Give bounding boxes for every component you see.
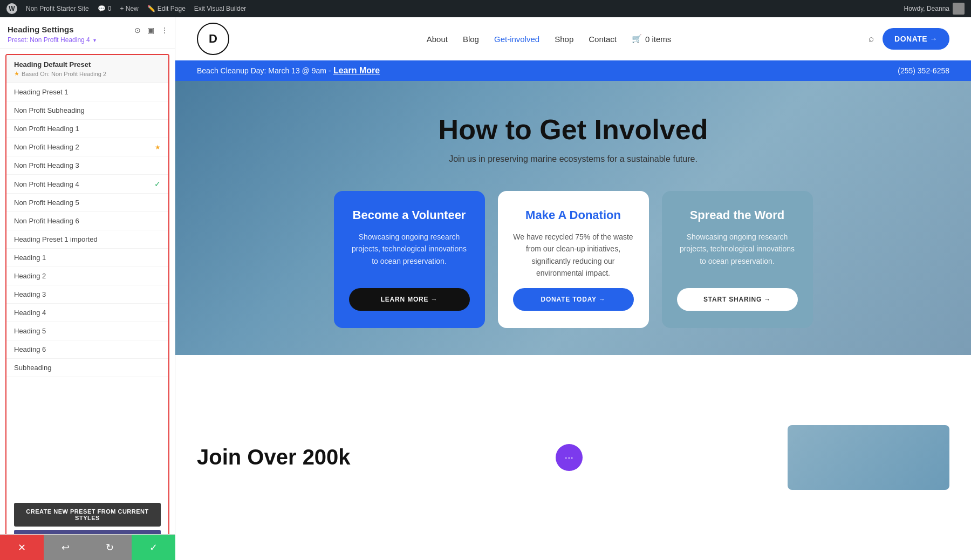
list-item[interactable]: Heading Preset 1 (6, 83, 168, 101)
chevron-down-icon: ▾ (93, 37, 96, 43)
default-preset-title: Heading Default Preset (14, 60, 161, 69)
card-donate: Make A DonationWe have recycled 75% of t… (498, 191, 649, 328)
redo-button[interactable]: ↻ (88, 535, 132, 561)
card-donate-button[interactable]: DONATE TODAY → (513, 288, 634, 311)
list-item[interactable]: Heading 1 (6, 249, 168, 267)
preset-item-label: Non Profit Heading 5 (14, 199, 79, 207)
edit-page-link[interactable]: ✏️ Edit Page (147, 5, 186, 12)
card-volunteer-button[interactable]: LEARN MORE → (349, 288, 470, 311)
main-layout: Heading Settings Preset: Non Profit Head… (0, 17, 971, 560)
howdy-text: Howdy, Deanna (904, 3, 965, 15)
card-donate-text: We have recycled 75% of the waste from o… (513, 231, 634, 279)
card-donate-title: Make A Donation (513, 208, 634, 222)
bottom-section: Join Over 200k ··· (175, 355, 971, 560)
pencil-icon: ✏️ (147, 5, 155, 12)
wp-logo-icon[interactable]: W (6, 3, 17, 14)
comments-link[interactable]: 💬 0 (98, 5, 112, 12)
comments-icon: 💬 (98, 5, 106, 12)
card-volunteer-text: Showcasing ongoing research projects, te… (349, 231, 470, 267)
card-volunteer: Become a VolunteerShowcasing ongoing res… (334, 191, 485, 328)
list-item[interactable]: Non Profit Heading 4✓ (6, 175, 168, 194)
nav-item-about[interactable]: About (427, 35, 448, 44)
preset-item-label: Heading 2 (14, 272, 46, 280)
bottom-toolbar: ✕ ↩ ↻ ✓ (0, 534, 175, 560)
close-icon: ✕ (18, 542, 26, 554)
list-item[interactable]: Non Profit Heading 2★ (6, 138, 168, 156)
avatar[interactable] (953, 3, 965, 15)
left-panel: Heading Settings Preset: Non Profit Head… (0, 17, 175, 560)
undo-icon: ↩ (61, 542, 70, 554)
announcement-text: Beach Cleanup Day: March 13 @ 9am - Lear… (197, 66, 380, 76)
site-name-link[interactable]: Non Profit Starter Site (26, 5, 89, 12)
purple-dot-button[interactable]: ··· (556, 444, 583, 471)
hero-title: How to Get Involved (197, 113, 949, 146)
join-title: Join Over 200k (197, 445, 351, 469)
site-logo: D (197, 23, 229, 55)
close-button[interactable]: ✕ (0, 535, 44, 561)
star-icon: ★ (14, 70, 19, 77)
card-volunteer-title: Become a Volunteer (349, 208, 470, 222)
nav-item-getinvolved[interactable]: Get-involved (494, 35, 539, 44)
list-item[interactable]: Subheading (6, 359, 168, 377)
donate-button[interactable]: DONATE → (883, 28, 949, 50)
exit-builder-link[interactable]: Exit Visual Builder (194, 5, 247, 12)
preset-item-label: Heading Preset 1 (14, 88, 68, 96)
cart-link[interactable]: 🛒0 items (632, 34, 671, 44)
list-item[interactable]: Heading 2 (6, 267, 168, 285)
preset-item-label: Non Profit Heading 2 (14, 143, 79, 151)
phone-number: (255) 352-6258 (898, 66, 949, 75)
undo-button[interactable]: ↩ (44, 535, 87, 561)
card-share: Spread the WordShowcasing ongoing resear… (662, 191, 813, 328)
list-item[interactable]: Non Profit Heading 6 (6, 212, 168, 230)
list-item[interactable]: Non Profit Heading 3 (6, 156, 168, 175)
create-preset-button[interactable]: CREATE NEW PRESET FROM CURRENT STYLES (14, 503, 161, 527)
star-favorite-icon: ★ (155, 144, 161, 151)
list-item[interactable]: Non Profit Heading 5 (6, 194, 168, 212)
preset-item-label: Subheading (14, 364, 51, 372)
list-item[interactable]: Non Profit Heading 1 (6, 120, 168, 138)
card-share-title: Spread the Word (677, 208, 798, 222)
nav-item-contact[interactable]: Contact (589, 35, 617, 44)
preset-item-label: Heading Preset 1 imported (14, 235, 98, 243)
preset-list-container: Heading Default Preset ★ Based On: Non P… (5, 54, 169, 555)
search-icon[interactable]: ⌕ (869, 33, 874, 44)
admin-bar: W Non Profit Starter Site 💬 0 + New ✏️ E… (0, 0, 971, 17)
new-link[interactable]: + New (120, 5, 138, 12)
bottom-preview-image (788, 425, 949, 490)
panel-header: Heading Settings Preset: Non Profit Head… (0, 17, 175, 49)
comments-count: 0 (108, 5, 112, 12)
default-preset-header[interactable]: Heading Default Preset ★ Based On: Non P… (6, 55, 168, 83)
layout-icon[interactable]: ▣ (146, 25, 155, 36)
learn-more-link[interactable]: Learn More (333, 66, 380, 75)
more-options-icon[interactable]: ⋮ (160, 25, 169, 36)
preset-item-label: Heading 1 (14, 254, 46, 262)
card-share-button[interactable]: START SHARING → (677, 288, 798, 311)
cart-count: 0 items (645, 35, 671, 44)
right-content: D AboutBlogGet-involvedShopContact🛒0 ite… (175, 17, 971, 560)
dots-icon: ··· (564, 451, 573, 463)
announcement-bar: Beach Cleanup Day: March 13 @ 9am - Lear… (175, 60, 971, 81)
preset-item-label: Heading 6 (14, 345, 46, 353)
preset-item-label: Heading 4 (14, 309, 46, 317)
list-item[interactable]: Heading 3 (6, 285, 168, 304)
list-item[interactable]: Heading Preset 1 imported (6, 230, 168, 249)
cart-icon: 🛒 (632, 34, 642, 44)
list-item[interactable]: Heading 6 (6, 340, 168, 359)
hero-subtitle: Join us in preserving marine ecosystems … (197, 154, 949, 164)
nav-item-blog[interactable]: Blog (463, 35, 479, 44)
preset-item-label: Heading 3 (14, 290, 46, 298)
preset-item-label: Non Profit Heading 4 (14, 180, 79, 188)
redo-icon: ↻ (106, 542, 114, 554)
panel-preset-label[interactable]: Preset: Non Profit Heading 4 ▾ (8, 36, 167, 44)
list-item[interactable]: Non Profit Subheading (6, 101, 168, 120)
list-item[interactable]: Heading 5 (6, 322, 168, 340)
preset-item-label: Non Profit Heading 3 (14, 161, 79, 169)
card-share-text: Showcasing ongoing research projects, te… (677, 231, 798, 267)
list-item[interactable]: Heading 4 (6, 304, 168, 322)
settings-icon[interactable]: ⊙ (133, 25, 142, 36)
nav-item-shop[interactable]: Shop (555, 35, 573, 44)
exit-builder-label: Exit Visual Builder (194, 5, 247, 12)
save-button[interactable]: ✓ (132, 535, 175, 561)
default-preset-based-on: ★ Based On: Non Profit Heading 2 (14, 70, 161, 77)
panel-icons: ⊙ ▣ ⋮ (133, 25, 169, 36)
